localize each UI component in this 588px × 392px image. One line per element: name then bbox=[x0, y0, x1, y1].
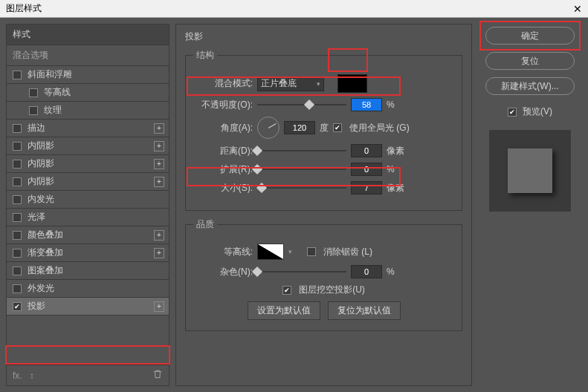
knockout-label: 图层挖空投影(U) bbox=[299, 284, 365, 296]
plus-icon[interactable]: + bbox=[154, 248, 164, 258]
noise-slider[interactable] bbox=[257, 267, 346, 277]
noise-unit: % bbox=[387, 267, 409, 277]
distance-input[interactable]: 0 bbox=[351, 144, 382, 157]
style-row[interactable]: 外发光 bbox=[7, 280, 169, 298]
global-light-checkbox[interactable] bbox=[333, 123, 342, 132]
preview-swatch bbox=[508, 148, 552, 193]
style-row[interactable]: 颜色叠加+ bbox=[7, 226, 169, 244]
size-label: 大小(S): bbox=[193, 182, 253, 195]
style-checkbox[interactable] bbox=[13, 249, 22, 258]
preview-label: 预览(V) bbox=[523, 105, 552, 118]
style-row[interactable]: 内阴影+ bbox=[7, 137, 169, 155]
cancel-button[interactable]: 复位 bbox=[485, 52, 575, 70]
style-checkbox[interactable] bbox=[13, 267, 22, 275]
angle-input[interactable]: 120 bbox=[284, 121, 315, 134]
blendmode-select[interactable]: 正片叠底 ▾ bbox=[257, 76, 324, 91]
style-checkbox[interactable] bbox=[13, 177, 22, 186]
close-icon[interactable]: ✕ bbox=[573, 3, 582, 15]
style-row[interactable]: 等高线 bbox=[7, 84, 169, 102]
style-checkbox[interactable] bbox=[13, 142, 22, 151]
spread-label: 扩展(R): bbox=[193, 163, 253, 176]
style-row[interactable]: 图案叠加 bbox=[7, 262, 169, 280]
style-checkbox[interactable] bbox=[29, 88, 38, 97]
style-label: 内阴影 bbox=[28, 140, 54, 152]
new-style-button[interactable]: 新建样式(W)... bbox=[485, 77, 575, 95]
size-slider[interactable] bbox=[257, 183, 346, 193]
plus-icon[interactable]: + bbox=[154, 177, 164, 187]
style-row[interactable]: 纹理 bbox=[7, 102, 169, 120]
quality-legend: 品质 bbox=[193, 218, 217, 231]
plus-icon[interactable]: + bbox=[154, 141, 164, 151]
style-label: 内发光 bbox=[28, 193, 54, 206]
style-row[interactable]: 投影+ bbox=[7, 298, 169, 316]
contour-picker[interactable] bbox=[257, 244, 284, 260]
effect-settings: 投影 结构 混合模式: 正片叠底 ▾ 不透明度(O): 58 % 角度(A): bbox=[175, 24, 472, 386]
style-label: 纹理 bbox=[44, 104, 62, 117]
antialias-checkbox[interactable] bbox=[307, 247, 316, 256]
contour-label: 等高线: bbox=[193, 246, 253, 258]
style-label: 渐变叠加 bbox=[28, 246, 63, 259]
style-row[interactable]: 内阴影+ bbox=[7, 173, 169, 191]
plus-icon[interactable]: + bbox=[154, 301, 164, 312]
style-checkbox[interactable] bbox=[13, 213, 22, 222]
style-checkbox[interactable] bbox=[13, 160, 22, 169]
style-checkbox[interactable] bbox=[13, 284, 22, 293]
style-checkbox[interactable] bbox=[13, 231, 22, 240]
style-label: 等高线 bbox=[44, 86, 71, 99]
plus-icon[interactable]: + bbox=[154, 159, 164, 169]
style-checkbox[interactable] bbox=[13, 71, 22, 79]
opacity-slider[interactable] bbox=[257, 99, 346, 110]
styles-footer: fx. ↕ bbox=[7, 365, 169, 385]
trash-icon[interactable] bbox=[152, 369, 163, 382]
ok-button[interactable]: 确定 bbox=[485, 27, 575, 45]
style-label: 图案叠加 bbox=[28, 264, 63, 277]
style-row[interactable]: 斜面和浮雕 bbox=[7, 66, 169, 84]
style-row[interactable]: 渐变叠加+ bbox=[7, 244, 169, 262]
structure-legend: 结构 bbox=[193, 49, 217, 62]
size-input[interactable]: 7 bbox=[351, 181, 382, 195]
style-label: 斜面和浮雕 bbox=[28, 68, 72, 81]
opacity-input[interactable]: 58 bbox=[351, 98, 382, 111]
distance-slider[interactable] bbox=[257, 146, 346, 156]
knockout-checkbox[interactable] bbox=[282, 286, 291, 295]
effect-title: 投影 bbox=[185, 30, 462, 43]
style-label: 描边 bbox=[28, 122, 45, 134]
angle-wheel[interactable] bbox=[257, 117, 280, 139]
style-row[interactable]: 内阴影+ bbox=[7, 155, 169, 173]
set-default-button[interactable]: 设置为默认值 bbox=[248, 301, 320, 320]
chevron-down-icon[interactable]: ▾ bbox=[288, 248, 292, 255]
noise-label: 杂色(N): bbox=[193, 266, 253, 278]
style-checkbox[interactable] bbox=[13, 302, 22, 311]
style-label: 外发光 bbox=[28, 282, 54, 295]
plus-icon[interactable]: + bbox=[154, 123, 164, 134]
style-label: 颜色叠加 bbox=[28, 229, 63, 241]
opacity-label: 不透明度(O): bbox=[193, 99, 253, 111]
titlebar: 图层样式 ✕ bbox=[0, 0, 588, 18]
opacity-unit: % bbox=[387, 99, 409, 110]
spread-input[interactable]: 0 bbox=[351, 163, 382, 176]
angle-unit: 度 bbox=[320, 122, 329, 134]
preview-checkbox[interactable] bbox=[508, 108, 517, 117]
dialog-buttons: 确定 复位 新建样式(W)... 预览(V) bbox=[478, 24, 582, 386]
style-row[interactable]: 光泽 bbox=[7, 209, 169, 226]
fx-icon[interactable]: fx. bbox=[13, 370, 22, 381]
color-swatch[interactable] bbox=[337, 74, 367, 93]
style-row[interactable]: 内发光 bbox=[7, 191, 169, 209]
style-checkbox[interactable] bbox=[13, 124, 22, 133]
reset-default-button[interactable]: 复位为默认值 bbox=[328, 301, 401, 320]
spread-slider[interactable] bbox=[257, 164, 346, 174]
style-checkbox[interactable] bbox=[29, 106, 38, 115]
chevron-down-icon: ▾ bbox=[317, 80, 320, 88]
window-title: 图层样式 bbox=[6, 2, 42, 15]
blendmode-label: 混合模式: bbox=[193, 77, 253, 90]
style-row[interactable]: 描边+ bbox=[7, 120, 169, 137]
updown-icon[interactable]: ↕ bbox=[30, 370, 34, 381]
antialias-label: 消除锯齿 (L) bbox=[323, 246, 372, 258]
noise-input[interactable]: 0 bbox=[351, 265, 382, 278]
style-checkbox[interactable] bbox=[13, 195, 22, 204]
plus-icon[interactable]: + bbox=[154, 230, 164, 241]
preview-box bbox=[489, 130, 571, 212]
blend-options[interactable]: 混合选项 bbox=[7, 45, 169, 66]
styles-header: 样式 bbox=[7, 24, 169, 45]
style-label: 内阴影 bbox=[28, 175, 54, 188]
